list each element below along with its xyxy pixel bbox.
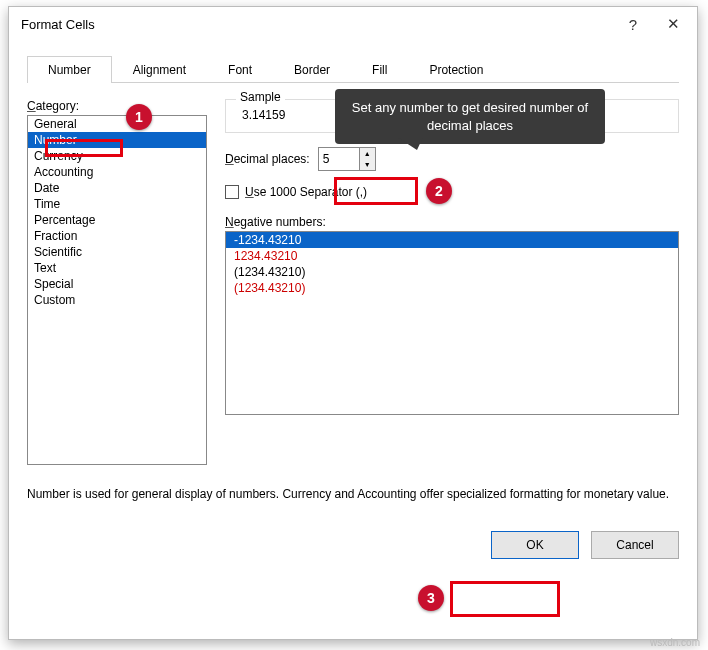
negative-item[interactable]: (1234.43210) xyxy=(226,264,678,280)
category-panel: Category: General Number Currency Accoun… xyxy=(27,99,207,465)
category-item-special[interactable]: Special xyxy=(28,276,206,292)
titlebar: Format Cells ? ✕ xyxy=(9,7,697,41)
negative-listbox[interactable]: -1234.43210 1234.43210 (1234.43210) (123… xyxy=(225,231,679,415)
dialog-title: Format Cells xyxy=(21,17,613,32)
separator-label: Use 1000 Separator (,) xyxy=(245,185,367,199)
negative-item[interactable]: 1234.43210 xyxy=(226,248,678,264)
tab-strip: Number Alignment Font Border Fill Protec… xyxy=(27,55,679,83)
category-listbox[interactable]: General Number Currency Accounting Date … xyxy=(27,115,207,465)
category-item-date[interactable]: Date xyxy=(28,180,206,196)
negative-item[interactable]: (1234.43210) xyxy=(226,280,678,296)
category-item-number[interactable]: Number xyxy=(28,132,206,148)
close-button[interactable]: ✕ xyxy=(653,9,693,39)
tab-body: Category: General Number Currency Accoun… xyxy=(27,99,679,465)
negative-item[interactable]: -1234.43210 xyxy=(226,232,678,248)
tab-border[interactable]: Border xyxy=(273,56,351,83)
tab-font[interactable]: Font xyxy=(207,56,273,83)
watermark: wsxdn.com xyxy=(650,637,700,648)
format-cells-dialog: Format Cells ? ✕ Number Alignment Font B… xyxy=(8,6,698,640)
category-item-percentage[interactable]: Percentage xyxy=(28,212,206,228)
options-panel: Sample 3.14159 Decimal places: ▲ ▼ xyxy=(225,99,679,465)
dialog-content: Number Alignment Font Border Fill Protec… xyxy=(9,41,697,573)
category-item-scientific[interactable]: Scientific xyxy=(28,244,206,260)
category-item-time[interactable]: Time xyxy=(28,196,206,212)
separator-checkbox[interactable] xyxy=(225,185,239,199)
separator-row[interactable]: Use 1000 Separator (,) xyxy=(225,185,679,199)
sample-value: 3.14159 xyxy=(236,108,668,122)
decimal-spinner[interactable]: ▲ ▼ xyxy=(318,147,376,171)
tab-alignment[interactable]: Alignment xyxy=(112,56,207,83)
cancel-button[interactable]: Cancel xyxy=(591,531,679,559)
spin-up-icon[interactable]: ▲ xyxy=(360,148,375,159)
ok-button[interactable]: OK xyxy=(491,531,579,559)
category-item-custom[interactable]: Custom xyxy=(28,292,206,308)
negative-label: Negative numbers: xyxy=(225,215,679,229)
category-label: Category: xyxy=(27,99,207,113)
help-button[interactable]: ? xyxy=(613,9,653,39)
category-item-text[interactable]: Text xyxy=(28,260,206,276)
sample-label: Sample xyxy=(236,90,285,104)
sample-box: Sample 3.14159 xyxy=(225,99,679,133)
decimal-label: Decimal places: xyxy=(225,152,310,166)
category-item-general[interactable]: General xyxy=(28,116,206,132)
category-description: Number is used for general display of nu… xyxy=(27,485,679,503)
spin-down-icon[interactable]: ▼ xyxy=(360,159,375,170)
tab-protection[interactable]: Protection xyxy=(408,56,504,83)
decimal-row: Decimal places: ▲ ▼ xyxy=(225,147,679,171)
category-item-accounting[interactable]: Accounting xyxy=(28,164,206,180)
tab-fill[interactable]: Fill xyxy=(351,56,408,83)
category-item-fraction[interactable]: Fraction xyxy=(28,228,206,244)
decimal-input[interactable] xyxy=(319,148,359,170)
tab-number[interactable]: Number xyxy=(27,56,112,83)
category-item-currency[interactable]: Currency xyxy=(28,148,206,164)
button-row: OK Cancel xyxy=(27,531,679,559)
